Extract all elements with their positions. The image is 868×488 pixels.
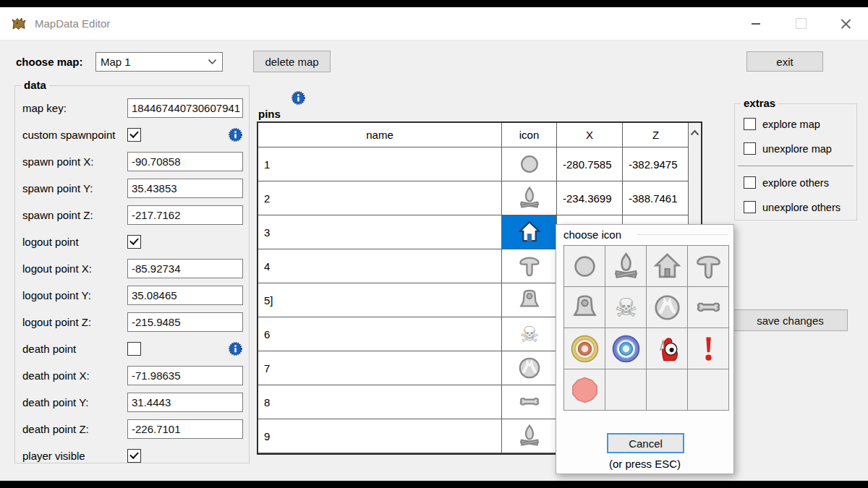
pin-icon-cell[interactable] (502, 283, 557, 317)
house-icon (516, 219, 542, 245)
icon-option-exclamation-mark[interactable] (688, 328, 729, 369)
icon-option-house[interactable] (647, 246, 688, 287)
icon-option-pink-circle[interactable] (564, 369, 605, 411)
pin-name-cell[interactable]: 3 (258, 215, 502, 249)
death-point-z-input[interactable] (127, 419, 243, 439)
spawn-point-z-input[interactable] (127, 205, 243, 225)
logout-point-z-input[interactable] (127, 312, 243, 332)
pins-info-icon[interactable] (291, 90, 306, 106)
unexplore-map-label: unexplore map (762, 143, 832, 155)
pin-name-cell[interactable]: 1 (258, 147, 502, 181)
pin-name-cell[interactable]: 2 (258, 181, 502, 215)
logout-point-x-input[interactable] (127, 259, 243, 278)
icon-option-circle-pin[interactable] (564, 246, 605, 287)
pin-name-cell[interactable]: 7 (258, 351, 502, 385)
death-point-checkbox[interactable] (127, 342, 141, 356)
window-controls (733, 7, 868, 40)
custom-spawnpoint-checkbox[interactable] (127, 128, 141, 142)
pin-icon-cell[interactable] (502, 351, 557, 385)
extras-item-unexplore-map: unexplore map (744, 141, 851, 156)
pin-name-cell[interactable]: 5] (258, 283, 502, 317)
column-header-x: X (557, 123, 623, 147)
delete-map-button[interactable]: delete map (253, 51, 331, 72)
icon-option-gravestone[interactable] (564, 287, 605, 328)
skull-crossbones-icon: ☠ (516, 321, 542, 347)
player-visible-label: player visible (22, 450, 127, 462)
pink-circle-icon (569, 374, 600, 406)
map-select[interactable]: Map 1 (95, 52, 223, 72)
explore-others-checkbox[interactable] (744, 176, 756, 189)
logout-point-label: logout point (22, 236, 127, 248)
bone-icon (693, 292, 724, 323)
death-point-x-input[interactable] (127, 366, 243, 385)
extras-item-explore-map: explore map (744, 116, 851, 132)
map-key-input[interactable] (127, 98, 243, 118)
icon-option-target-gold[interactable] (564, 328, 605, 369)
info-icon[interactable] (228, 341, 243, 356)
logout-point-checkbox[interactable] (127, 235, 141, 249)
data-row-player-visible: player visible (22, 445, 243, 466)
player-visible-checkbox[interactable] (127, 449, 141, 463)
pin-name-cell[interactable]: 6 (258, 317, 502, 351)
window-title: MapData Editor (35, 17, 110, 30)
icon-option-skull-crossbones[interactable]: ☠ (605, 287, 647, 328)
maximize-icon (796, 18, 807, 29)
icon-option-mushroom[interactable] (688, 246, 729, 287)
minimize-icon (752, 23, 760, 25)
popup-title-line (637, 234, 728, 235)
data-row-logout-point-x: logout point X: (22, 258, 243, 278)
extras-items: explore mapunexplore mapexplore othersun… (735, 116, 856, 215)
custom-spawnpoint-label: custom spawnpoint (22, 129, 127, 141)
icon-option-red-creature[interactable] (647, 328, 688, 369)
maximize-button (778, 7, 823, 40)
target-gold-icon (569, 333, 600, 364)
pin-x-cell[interactable]: -234.3699 (557, 181, 623, 215)
exit-button[interactable]: exit (746, 51, 823, 72)
icon-option-claw-orb[interactable] (647, 287, 688, 328)
logout-point-y-input[interactable] (127, 286, 243, 305)
spawn-point-x-label: spawn point X: (22, 155, 127, 168)
icon-cell-empty (647, 369, 688, 411)
pin-icon-cell[interactable] (502, 147, 557, 181)
info-icon[interactable] (228, 127, 243, 142)
icon-option-bone[interactable] (688, 287, 729, 328)
pin-x-cell[interactable]: -280.7585 (557, 147, 623, 181)
unexplore-others-checkbox[interactable] (744, 201, 756, 213)
save-changes-button[interactable]: save changes (733, 309, 848, 331)
unexplore-map-checkbox[interactable] (744, 142, 756, 155)
pin-icon-cell[interactable] (502, 249, 557, 283)
pin-icon-cell[interactable]: ☠ (502, 317, 557, 351)
screen: MapData Editor choose map: Map 1 delete … (0, 0, 868, 488)
pin-name-cell[interactable]: 8 (258, 385, 502, 419)
close-button[interactable] (823, 7, 868, 40)
extras-divider (738, 166, 854, 166)
svg-text:☠: ☠ (519, 322, 539, 346)
spawn-point-y-input[interactable] (127, 179, 243, 198)
pin-icon-cell[interactable] (502, 215, 557, 249)
explore-map-checkbox[interactable] (744, 118, 756, 130)
minimize-button[interactable] (733, 7, 778, 40)
pin-name-cell[interactable]: 9 (258, 419, 502, 453)
pin-icon-cell[interactable] (502, 181, 557, 215)
column-header-z: Z (623, 123, 689, 147)
pin-icon-cell[interactable] (502, 419, 557, 453)
data-row-spawn-point-y: spawn point Y: (22, 178, 243, 198)
icon-option-campfire[interactable] (605, 246, 647, 287)
pin-z-cell[interactable]: -388.7461 (623, 181, 689, 215)
icon-option-target-blue[interactable] (605, 328, 647, 369)
pins-title: pins (258, 108, 281, 120)
data-row-logout-point: logout point (22, 231, 243, 252)
logout-point-y-label: logout point Y: (22, 289, 127, 301)
spawn-point-y-label: spawn point Y: (22, 182, 127, 194)
house-icon (652, 251, 683, 282)
spawn-point-x-input[interactable] (127, 152, 243, 171)
data-row-spawn-point-x: spawn point X: (22, 151, 243, 171)
pin-icon-cell[interactable] (502, 385, 557, 419)
exclamation-mark-icon (693, 333, 724, 364)
mushroom-icon (693, 251, 724, 282)
death-point-y-input[interactable] (127, 393, 243, 412)
pin-name-cell[interactable]: 4 (258, 249, 502, 283)
cancel-button[interactable]: Cancel (607, 433, 684, 453)
gravestone-icon (516, 287, 542, 313)
pin-z-cell[interactable]: -382.9475 (623, 147, 689, 181)
